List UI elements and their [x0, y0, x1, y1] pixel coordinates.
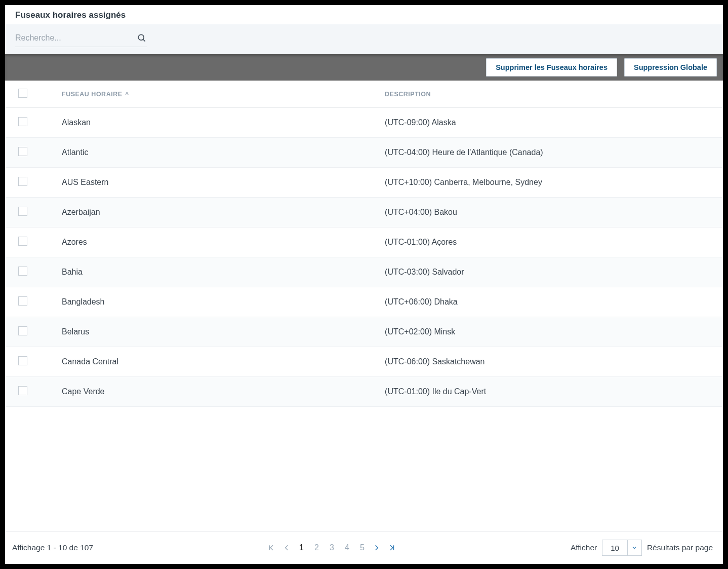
next-page-icon[interactable] [373, 544, 380, 551]
row-description: (UTC+04:00) Bakou [379, 198, 723, 227]
timezones-table: FUSEAU HORAIRE ^ DESCRIPTION Alaskan(UTC… [5, 81, 723, 407]
table-row[interactable]: Cape Verde(UTC-01:00) Ile du Cap-Vert [5, 377, 723, 407]
row-checkbox-cell [5, 168, 56, 198]
column-header-name-label: FUSEAU HORAIRE [62, 91, 123, 98]
page-number[interactable]: 2 [313, 543, 319, 552]
row-name: Belarus [56, 317, 379, 347]
row-checkbox-cell [5, 257, 56, 287]
row-name: Cape Verde [56, 377, 379, 407]
global-delete-button[interactable]: Suppression Globale [624, 58, 717, 77]
page-number[interactable]: 5 [359, 543, 365, 552]
page-number[interactable]: 1 [298, 543, 304, 552]
column-header-description-label: DESCRIPTION [385, 91, 431, 98]
table-row[interactable]: Canada Central(UTC-06:00) Saskatchewan [5, 347, 723, 377]
row-checkbox-cell [5, 227, 56, 257]
page-number[interactable]: 4 [344, 543, 350, 552]
table-row[interactable]: AUS Eastern(UTC+10:00) Canberra, Melbour… [5, 168, 723, 198]
row-description: (UTC+06:00) Dhaka [379, 287, 723, 317]
search-field-wrap [15, 31, 147, 47]
panel-title: Fuseaux horaires assignés [5, 5, 723, 24]
row-description: (UTC-06:00) Saskatchewan [379, 347, 723, 377]
paginator: 12345 [268, 543, 395, 552]
row-checkbox-cell [5, 287, 56, 317]
row-name: Azores [56, 227, 379, 257]
row-description: (UTC+10:00) Canberra, Melbourne, Sydney [379, 168, 723, 198]
search-icon[interactable] [137, 33, 147, 43]
search-bar [5, 24, 723, 54]
row-checkbox[interactable] [18, 267, 27, 276]
row-checkbox-cell [5, 108, 56, 138]
row-checkbox[interactable] [18, 207, 27, 216]
row-description: (UTC-01:00) Ile du Cap-Vert [379, 377, 723, 407]
afficher-label: Afficher [571, 543, 597, 552]
row-checkbox[interactable] [18, 296, 27, 306]
first-page-icon[interactable] [268, 544, 275, 551]
row-checkbox[interactable] [18, 177, 27, 186]
page-size-control: Afficher 10 Résultats par page [571, 540, 718, 556]
row-name: Alaskan [56, 108, 379, 138]
prev-page-icon[interactable] [283, 544, 290, 551]
row-description: (UTC-04:00) Heure de l'Atlantique (Canad… [379, 138, 723, 168]
row-name: Atlantic [56, 138, 379, 168]
row-name: Bangladesh [56, 287, 379, 317]
svg-point-0 [138, 34, 144, 40]
row-checkbox-cell [5, 198, 56, 227]
table-row[interactable]: Azerbaijan(UTC+04:00) Bakou [5, 198, 723, 227]
row-name: Bahia [56, 257, 379, 287]
table-row[interactable]: Atlantic(UTC-04:00) Heure de l'Atlantiqu… [5, 138, 723, 168]
row-name: Azerbaijan [56, 198, 379, 227]
row-checkbox[interactable] [18, 386, 27, 395]
row-checkbox[interactable] [18, 117, 27, 126]
table-footer: Affichage 1 - 10 de 107 12345 Afficher 1… [5, 531, 723, 564]
page-size-value: 10 [602, 540, 627, 555]
row-checkbox-cell [5, 347, 56, 377]
page-number[interactable]: 3 [329, 543, 335, 552]
row-name: Canada Central [56, 347, 379, 377]
chevron-down-icon [627, 540, 641, 555]
header-checkbox-cell [5, 81, 56, 108]
table-row[interactable]: Belarus(UTC+02:00) Minsk [5, 317, 723, 347]
row-checkbox-cell [5, 317, 56, 347]
row-checkbox[interactable] [18, 237, 27, 246]
row-description: (UTC+02:00) Minsk [379, 317, 723, 347]
sort-asc-icon: ^ [126, 91, 129, 97]
table-container: FUSEAU HORAIRE ^ DESCRIPTION Alaskan(UTC… [5, 81, 723, 531]
table-row[interactable]: Bahia(UTC-03:00) Salvador [5, 257, 723, 287]
row-checkbox-cell [5, 138, 56, 168]
table-row[interactable]: Bangladesh(UTC+06:00) Dhaka [5, 287, 723, 317]
column-header-description[interactable]: DESCRIPTION [379, 81, 723, 108]
svg-line-1 [143, 40, 145, 42]
page-size-select[interactable]: 10 [602, 540, 642, 556]
column-header-name[interactable]: FUSEAU HORAIRE ^ [56, 81, 379, 108]
row-description: (UTC-01:00) Açores [379, 227, 723, 257]
timezones-panel: Fuseaux horaires assignés Supprimer les … [5, 5, 723, 564]
showing-label: Affichage 1 - 10 de 107 [10, 543, 93, 552]
row-description: (UTC-09:00) Alaska [379, 108, 723, 138]
last-page-icon[interactable] [388, 544, 395, 551]
results-per-page-label: Résultats par page [647, 543, 713, 552]
table-row[interactable]: Azores(UTC-01:00) Açores [5, 227, 723, 257]
row-description: (UTC-03:00) Salvador [379, 257, 723, 287]
row-checkbox[interactable] [18, 147, 27, 156]
row-checkbox[interactable] [18, 356, 27, 365]
action-toolbar: Supprimer les Fuseaux horaires Suppressi… [5, 54, 723, 81]
table-row[interactable]: Alaskan(UTC-09:00) Alaska [5, 108, 723, 138]
row-name: AUS Eastern [56, 168, 379, 198]
row-checkbox-cell [5, 377, 56, 407]
row-checkbox[interactable] [18, 326, 27, 335]
delete-timezones-button[interactable]: Supprimer les Fuseaux horaires [486, 58, 617, 77]
select-all-checkbox[interactable] [18, 89, 27, 98]
search-input[interactable] [15, 31, 137, 45]
